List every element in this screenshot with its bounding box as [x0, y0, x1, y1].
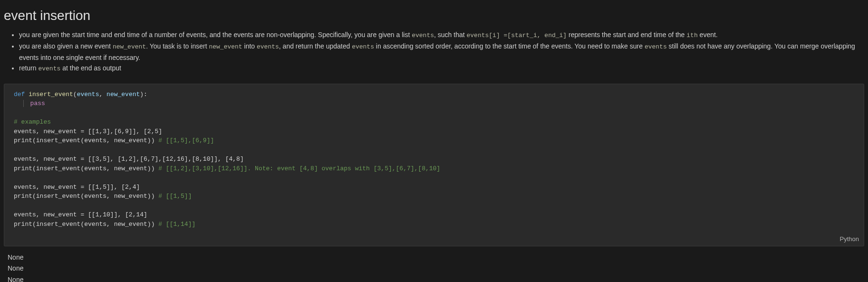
output-line: None — [8, 263, 860, 274]
output-block: NoneNoneNoneNone — [4, 250, 864, 282]
output-line: None — [8, 252, 860, 263]
bullet-item: return events at the end as output — [19, 63, 864, 74]
code-block[interactable]: def insert_event(events, new_event): pas… — [4, 84, 864, 246]
inline-code: events — [257, 43, 279, 50]
code-content: def insert_event(events, new_event): pas… — [4, 90, 864, 233]
inline-code: events[i] =[start_i, end_i] — [467, 32, 567, 39]
inline-code: events — [38, 65, 60, 72]
inline-code: events — [645, 43, 667, 50]
inline-code: events — [412, 32, 434, 39]
code-language-label: Python — [4, 233, 864, 246]
bullet-item: you are also given a new event new_event… — [19, 41, 864, 63]
bullet-item: you are given the start time and end tim… — [19, 29, 864, 41]
problem-description-list: you are given the start time and end tim… — [4, 29, 864, 74]
inline-code: events — [352, 43, 374, 50]
inline-code: new_event — [209, 43, 242, 50]
inline-code: ith — [686, 32, 697, 39]
inline-code: new_event — [113, 43, 146, 50]
page-title: event insertion — [4, 0, 864, 29]
output-line: None — [8, 274, 860, 282]
